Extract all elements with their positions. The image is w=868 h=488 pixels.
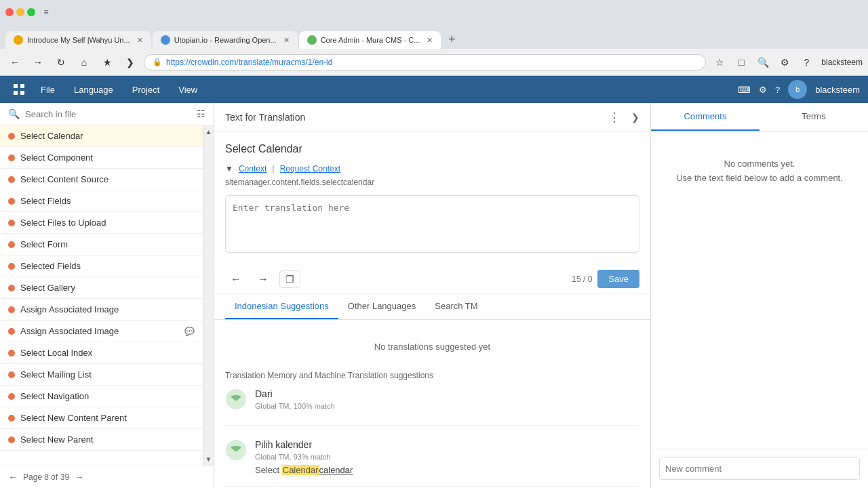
sidebar-item-select-mailing-list[interactable]: Select Mailing List [0,364,203,386]
translation-input[interactable] [233,203,632,243]
item-label: Select Files to Upload [20,218,195,228]
scroll-down-button[interactable]: ▼ [203,453,214,466]
tab-comments[interactable]: Comments [651,103,760,131]
address-text: https://crowdin.com/translate/muracms/1/… [166,58,332,67]
user-avatar[interactable]: b [788,80,807,99]
item-dot [8,371,15,378]
tab-2[interactable]: Utopian.io - Rewarding Open... ✕ [153,31,298,49]
sidebar-item-select-navigation[interactable]: Select Navigation [0,386,203,407]
item-dot [8,133,15,140]
new-tab-button[interactable]: + [442,30,461,49]
sidebar-item-select-calendar[interactable]: Select Calendar [0,125,203,147]
prev-page-button[interactable]: ← [8,472,18,483]
next-translation-button[interactable]: → [252,270,274,288]
context-separator: | [272,163,274,174]
sidebar-item-select-form[interactable]: Select Form [0,234,203,256]
tab-1-close[interactable]: ✕ [137,36,143,45]
sidebar-list: Select Calendar Select Component Select … [0,125,203,466]
item-label: Select Calendar [20,131,195,141]
window-controls[interactable] [5,8,35,16]
suggestion-item-1[interactable]: Dari Global TM, 100% match [225,388,639,426]
tab-3-close[interactable]: ✕ [427,36,433,45]
tab-1[interactable]: Introduce My Self |Wahyu Un... ✕ [5,31,151,49]
back-button[interactable]: ← [5,53,24,72]
sidebar-item-select-new-parent[interactable]: Select New Parent [0,429,203,451]
tab-indonesian-suggestions[interactable]: Indonesian Suggestions [225,294,338,319]
svg-rect-1 [20,84,24,88]
translation-input-area[interactable] [225,195,639,253]
apps-grid-button[interactable] [8,79,30,100]
center-title: Text for Translation [225,112,603,123]
item-label: Assign Associated Image [20,326,179,336]
next-item-icon[interactable]: ❯ [631,112,639,123]
filter-icon[interactable]: ☷ [197,108,205,119]
help-icon[interactable]: ? [775,85,780,95]
comment-icon: 💬 [184,327,195,336]
forward-button[interactable]: → [28,53,47,72]
translation-content: Select Calendar ▼ Context | Request Cont… [214,132,650,264]
tab-terms[interactable]: Terms [760,103,868,131]
context-arrow-icon[interactable]: ▼ [225,164,233,174]
zoom-button[interactable]: 🔍 [753,53,772,72]
copy-source-button[interactable]: ❐ [279,270,300,288]
cast-button[interactable]: □ [732,53,751,72]
bookmark-button[interactable]: ★ [98,53,117,72]
bookmark-star-button[interactable]: ☆ [710,53,729,72]
sidebar-item-select-content-source[interactable]: Select Content Source [0,169,203,190]
sidebar-item-assign-associated-image-2[interactable]: Assign Associated Image 💬 [0,321,203,342]
more-options-icon[interactable]: ⋮ [608,110,620,125]
keyboard-icon[interactable]: ⌨ [738,85,751,95]
char-count: 15 / 0 [572,274,592,284]
address-bar[interactable]: 🔒 https://crowdin.com/translate/muracms/… [144,54,706,70]
source-text: Select Calendar [225,143,639,155]
context-link[interactable]: Context [239,164,267,174]
reload-button[interactable]: ↻ [52,53,71,72]
sidebar-item-assign-associated-image-1[interactable]: Assign Associated Image [0,299,203,321]
username-display: blacksteem [821,58,863,67]
tab-other-languages[interactable]: Other Languages [338,294,425,319]
home-button[interactable]: ⌂ [75,53,94,72]
sidebar-item-select-files-to-upload[interactable]: Select Files to Upload [0,212,203,234]
sidebar-item-select-local-index[interactable]: Select Local Index [0,342,203,364]
menu-project[interactable]: Project [124,81,167,99]
settings-button[interactable]: ⚙ [775,53,794,72]
search-input[interactable] [25,109,191,119]
prev-translation-button[interactable]: ← [225,270,247,288]
tab-3[interactable]: Core Admin - Mura CMS - C... ✕ [299,31,441,49]
scroll-up-button[interactable]: ▲ [203,125,214,138]
new-comment-input[interactable] [659,458,860,480]
sidebar-footer: ← Page 8 of 39 → [0,466,214,488]
tab-search-tm[interactable]: Search TM [425,294,487,319]
no-comments-line2: Use the text field below to add a commen… [676,173,843,183]
sidebar-search-bar: 🔍 ☷ [0,103,214,125]
next-page-button[interactable]: → [75,472,84,483]
settings-icon[interactable]: ⚙ [759,85,767,95]
sidebar-item-select-fields[interactable]: Select Fields [0,190,203,212]
suggestions-tabs: Indonesian Suggestions Other Languages S… [214,294,650,320]
svg-rect-3 [20,91,24,95]
menu-language[interactable]: Language [66,81,121,99]
help-button[interactable]: ? [797,53,816,72]
suggestion-item-2[interactable]: Pilih kalender Global TM, 93% match Sele… [225,439,639,487]
history-button[interactable]: ❯ [121,53,140,72]
save-button[interactable]: Save [597,270,639,288]
item-label: Assign Associated Image [20,304,195,314]
sidebar-item-select-gallery[interactable]: Select Gallery [0,277,203,299]
item-label: Select New Parent [20,434,195,445]
translation-toolbar: ← → ❐ 15 / 0 Save [214,264,650,294]
sidebar-item-selected-fields[interactable]: Selected Fields [0,256,203,277]
center-panel: Text for Translation ⋮ ❯ Select Calendar… [214,103,651,488]
context-path: sitemanager.content.fields.selectcalenda… [225,178,639,187]
sidebar-item-select-component[interactable]: Select Component [0,147,203,169]
request-context-link[interactable]: Request Context [280,164,340,174]
item-dot [8,198,15,205]
menu-file[interactable]: File [33,81,63,99]
tab-2-close[interactable]: ✕ [283,36,290,45]
item-dot [8,176,15,183]
menu-view[interactable]: View [170,81,205,99]
svg-point-7 [233,446,239,451]
item-dot [8,415,15,422]
sidebar-item-select-new-content-parent[interactable]: Select New Content Parent [0,407,203,429]
center-header: Text for Translation ⋮ ❯ [214,103,650,132]
right-panel: Comments Terms No comments yet. Use the … [651,103,868,488]
